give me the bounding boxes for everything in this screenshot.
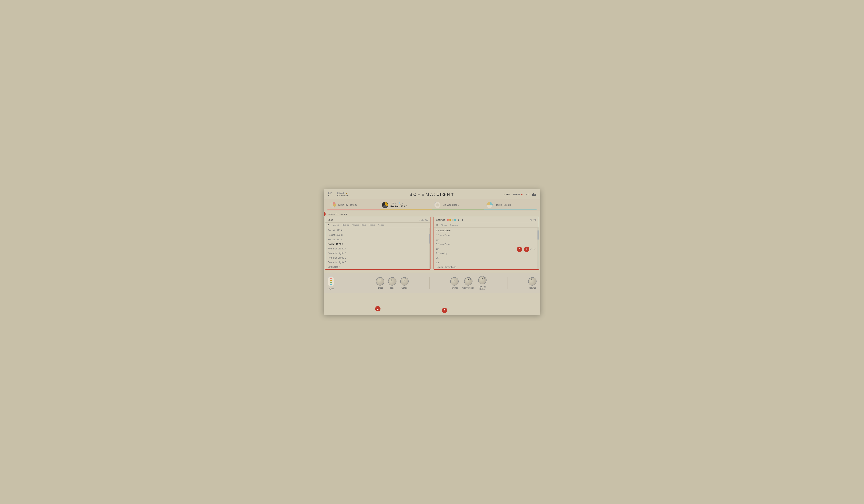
sound-layer-label: SOUND LAYER 2 xyxy=(328,213,350,216)
layer-2-controls: ⏻ <> 🔍 ✕ xyxy=(392,202,407,205)
list-item[interactable]: Rocket 1973 C xyxy=(325,237,430,242)
check-button[interactable]: ✓ xyxy=(530,247,532,251)
settings-panel: Settings ⬇ ⬆ xyxy=(433,217,539,269)
convolution-knob[interactable]: ⏻ Convolution xyxy=(463,277,475,289)
settings-filter-all[interactable]: All xyxy=(436,224,438,226)
loop-panel-top: Loop 312 / 312 xyxy=(325,217,430,223)
settings-item[interactable]: 5 Notes Down xyxy=(434,242,539,247)
settings-item[interactable]: 7:8 xyxy=(434,256,539,260)
main-content: 1 SOUND LAYER 2 Loop 312 / 312 All Malle… xyxy=(324,212,540,271)
list-item[interactable]: Soft Noise A xyxy=(325,265,430,269)
filter-attacks[interactable]: Attacks xyxy=(352,224,359,226)
loop-scrollbar[interactable] xyxy=(429,228,430,269)
tails-knob[interactable]: Tails xyxy=(388,277,396,289)
title-part1: SCHEMA: xyxy=(409,192,436,197)
layer-avatar-2 xyxy=(382,202,388,208)
filters-knob[interactable]: Filters xyxy=(376,277,384,289)
layer-avatar-3 xyxy=(434,202,441,208)
dot-yellow xyxy=(449,219,451,221)
list-item[interactable]: Rocket 1973 B xyxy=(325,233,430,237)
layer-slot-3[interactable]: Old Wood Bell B xyxy=(432,200,484,210)
layer-dot-blue xyxy=(330,284,332,285)
power-icon[interactable]: ⏻ xyxy=(392,202,394,204)
dot-red xyxy=(447,219,449,221)
tails-label: Tails xyxy=(390,287,395,289)
x-button[interactable]: ✕ xyxy=(533,247,536,251)
layer-avatar-1 xyxy=(329,202,336,208)
scale-value: Chromatic xyxy=(337,194,349,197)
list-item[interactable]: Romantic Lights C xyxy=(325,255,430,260)
list-item[interactable]: Romantic Lights A xyxy=(325,247,430,251)
settings-item[interactable]: 3:4 xyxy=(434,238,539,242)
layer-slot-1[interactable]: Glitch Toy Piano C xyxy=(327,200,380,210)
dot-gray xyxy=(452,219,454,221)
settings-panel-top: Settings ⬇ ⬆ xyxy=(434,217,539,223)
settings-item[interactable]: Bipolar Fluctuations xyxy=(434,265,539,269)
volume-knob[interactable]: Volume xyxy=(528,277,537,289)
tunings-knob-graphic xyxy=(449,276,459,286)
settings-filters: All Simple Complex xyxy=(434,223,539,228)
annotation-1: 1 xyxy=(324,212,326,217)
action-icons: ⬇ ⬆ xyxy=(458,218,464,221)
key-section: KEY C xyxy=(328,192,333,197)
layer-name-2: Rocket 1973 D xyxy=(391,205,407,208)
nav-bars-icon[interactable] xyxy=(532,193,536,196)
settings-item[interactable]: 9:8 xyxy=(434,260,539,265)
filter-keys[interactable]: Keys xyxy=(361,224,366,226)
dot-blue xyxy=(454,219,456,221)
svg-point-3 xyxy=(436,203,439,206)
search-icon[interactable]: 🔍 xyxy=(398,202,401,205)
loop-filters: All Mallets Plucked Attacks Keys Fragile… xyxy=(325,223,430,227)
edit-icon[interactable]: <> xyxy=(395,202,398,205)
layer-avatar-4 xyxy=(486,202,493,208)
scale-top: SCALE 🔒 xyxy=(337,192,349,194)
settings-filter-complex[interactable]: Complex xyxy=(450,224,458,226)
list-item[interactable]: Rocket 1973 A xyxy=(325,228,430,233)
annotation-5: 5 xyxy=(517,247,522,252)
filter-fragile[interactable]: Fragile xyxy=(369,224,375,226)
browser-panels: Loop 312 / 312 All Mallets Plucked Attac… xyxy=(324,217,540,271)
psyche-delay-knob-graphic: ⏻ xyxy=(478,276,487,285)
convolution-label: Convolution xyxy=(463,287,475,289)
filter-all[interactable]: All xyxy=(328,224,330,226)
settings-filter-simple[interactable]: Simple xyxy=(441,224,447,226)
gates-knob[interactable]: Gates xyxy=(400,277,409,289)
app-title: SCHEMA:LIGHT xyxy=(409,192,455,197)
list-item-selected[interactable]: Rocket 1973 D xyxy=(325,242,430,247)
settings-icons: ⬇ ⬆ xyxy=(447,218,464,221)
close-icon[interactable]: ✕ xyxy=(402,202,404,205)
filters-label: Filters xyxy=(377,287,383,289)
settings-scrollbar[interactable] xyxy=(538,228,539,269)
filter-mallets[interactable]: Mallets xyxy=(333,224,339,226)
list-item[interactable]: Romantic Lights D xyxy=(325,260,430,265)
title-part2: LIGHT xyxy=(436,192,455,197)
layers-control[interactable]: Layers xyxy=(327,276,334,290)
scrollbar-thumb xyxy=(429,234,430,243)
filter-noises[interactable]: Noises xyxy=(378,224,384,226)
layer-slot-2[interactable]: ⏻ <> 🔍 ✕ Rocket 1973 D xyxy=(380,200,432,210)
nav-main[interactable]: MAIN xyxy=(504,193,510,196)
avatar-svg-1 xyxy=(329,202,336,208)
settings-item[interactable]: 3 Notes Down xyxy=(434,233,539,238)
header: KEY C SCALE 🔒 Chromatic SCHEMA:LIGHT MAI… xyxy=(324,189,540,199)
volume-knob-graphic xyxy=(527,276,538,287)
list-item[interactable]: Romantic Lights B xyxy=(325,251,430,255)
avatar-svg-2 xyxy=(382,202,388,208)
psyche-delay-knob[interactable]: ⏻ PsycheDelay xyxy=(478,276,487,290)
download-icon[interactable]: ⬇ xyxy=(458,218,460,221)
nav-fx[interactable]: FX xyxy=(526,193,529,196)
layer-dot-red xyxy=(330,278,332,279)
tunings-knob[interactable]: Tunings xyxy=(450,277,459,289)
settings-title: Settings xyxy=(436,218,445,221)
tunings-section: Tunings ⏻ Convolution ⏻ PsycheDelay xyxy=(450,276,487,290)
color-dots xyxy=(447,219,456,221)
settings-count: 40 / 40 xyxy=(530,219,536,221)
filter-plucked[interactable]: Plucked xyxy=(342,224,349,226)
nav-mixer[interactable]: MIXER xyxy=(513,193,523,196)
layer-name-3: Old Wood Bell B xyxy=(443,204,459,206)
check-x-area: 5 4 ✓ ✕ xyxy=(517,247,536,252)
settings-item-selected[interactable]: 2 Notes Down xyxy=(434,228,539,233)
layer-dot-green xyxy=(330,282,332,283)
upload-icon[interactable]: ⬆ xyxy=(461,218,464,221)
layer-slot-4[interactable]: Fragile Tubes B xyxy=(484,200,537,210)
